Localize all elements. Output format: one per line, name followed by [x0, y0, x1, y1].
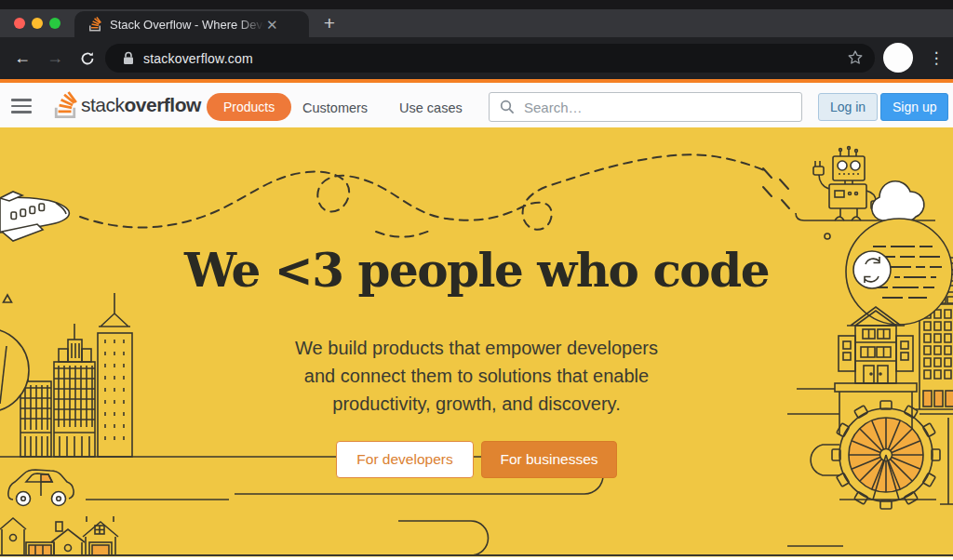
new-tab-button[interactable]: + [316, 12, 342, 36]
stackoverflow-logo[interactable]: stackoverflow [53, 91, 201, 119]
lock-icon[interactable] [123, 51, 134, 65]
nav-link-customers[interactable]: Customers [302, 100, 368, 115]
tab-title: Stack Overflow - Where Develo [110, 18, 264, 32]
reload-icon [80, 51, 95, 66]
hamburger-menu-icon[interactable] [11, 99, 32, 113]
for-developers-button[interactable]: For developers [336, 441, 474, 478]
browser-window: Stack Overflow - Where Develo ✕ + ← → st… [0, 0, 953, 560]
products-button[interactable]: Products [207, 93, 291, 121]
tab-close-icon[interactable]: ✕ [266, 18, 278, 32]
hero-section: We <3 people who code We build products … [0, 127, 953, 560]
dot-doodle-icon [825, 233, 830, 239]
search-icon [500, 100, 515, 114]
browser-menu-icon[interactable]: ⋮ [925, 46, 947, 72]
window-frame-edge [0, 0, 953, 9]
site-navbar: stackoverflow Products Customers Use cas… [0, 79, 953, 127]
dashed-flight-path-icon [80, 154, 789, 236]
airplane-icon [0, 192, 69, 241]
hero-cta-row: For developers For businesses [0, 441, 953, 478]
profile-avatar[interactable] [883, 43, 913, 73]
ground-strip [0, 557, 953, 560]
reload-button[interactable] [74, 46, 101, 72]
back-button[interactable]: ← [9, 46, 35, 72]
window-minimize-button[interactable] [32, 18, 43, 29]
url-text: stackoverflow.com [143, 51, 253, 66]
window-close-button[interactable] [14, 18, 25, 29]
signup-button[interactable]: Sign up [880, 93, 948, 121]
login-button[interactable]: Log in [818, 93, 878, 121]
address-bar[interactable]: stackoverflow.com [105, 44, 875, 73]
bookmark-star-icon[interactable] [847, 49, 864, 66]
forward-button[interactable]: → [42, 46, 68, 72]
stackoverflow-favicon-icon [87, 17, 102, 32]
stackoverflow-logo-icon [53, 91, 77, 119]
search-box [489, 92, 802, 122]
browser-tab[interactable]: Stack Overflow - Where Develo ✕ [74, 11, 309, 37]
cloud-icon [872, 181, 924, 220]
search-input[interactable] [522, 99, 801, 116]
for-businesses-button[interactable]: For businesses [481, 441, 617, 478]
hero-title: We <3 people who code [0, 243, 953, 298]
houses-row [0, 516, 489, 555]
nav-link-use-cases[interactable]: Use cases [399, 100, 463, 115]
hero-subtitle: We build products that empower developer… [0, 334, 953, 418]
stackoverflow-wordmark: stackoverflow [81, 94, 201, 116]
window-zoom-button[interactable] [49, 18, 60, 29]
